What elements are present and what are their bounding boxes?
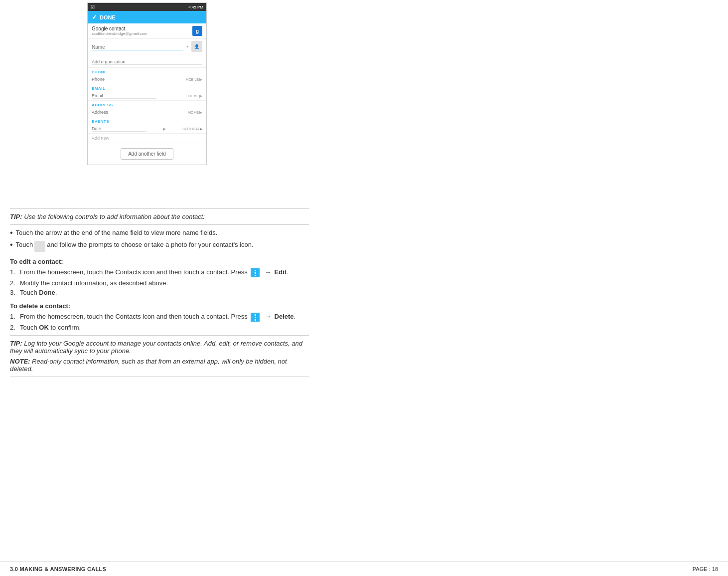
contact-photo-icon xyxy=(34,241,45,252)
add-another-field-button[interactable]: Add another field xyxy=(121,148,173,160)
delete-step-1: 1. From the homescreen, touch the Contac… xyxy=(10,313,309,322)
add-new-label: Add new xyxy=(92,136,109,141)
note-text: Read-only contact information, such as t… xyxy=(10,358,287,373)
name-chevron-icon[interactable]: ▾ xyxy=(186,44,188,49)
address-field-row[interactable]: HOME ▶ xyxy=(88,108,206,117)
email-type-arrow[interactable]: ▶ xyxy=(199,94,202,98)
address-input[interactable] xyxy=(92,110,156,115)
delete-step-2-num: 2. xyxy=(10,324,20,331)
edit-step-1-text: From the homescreen, touch the Contacts … xyxy=(20,268,289,277)
phone-type-arrow[interactable]: ▶ xyxy=(199,77,202,82)
edit-steps-list: 1. From the homescreen, touch the Contac… xyxy=(10,268,309,296)
bullet-dot-2: • xyxy=(10,241,13,249)
google-icon: g xyxy=(192,26,202,36)
bullet-item-2: • Touch and follow the prompts to choose… xyxy=(10,241,309,252)
name-input-area[interactable] xyxy=(92,42,183,51)
date-arrow-icon[interactable]: ▶ xyxy=(163,127,166,131)
tip2-label: TIP: xyxy=(10,340,22,347)
delete-step-1-num: 1. xyxy=(10,313,20,320)
edit-step-1: 1. From the homescreen, touch the Contac… xyxy=(10,268,309,277)
menu-icon-1 xyxy=(251,268,260,277)
tip1-text: Use the following controls to add inform… xyxy=(22,213,205,220)
birthday-type[interactable]: BIRTHDAY ▶ xyxy=(182,127,202,131)
footer-page-number: PAGE : 18 xyxy=(693,566,718,572)
phone-screen: ☑ 4:45 PM ✓ DONE Google contact scottion… xyxy=(87,2,207,165)
divider-2 xyxy=(10,224,309,225)
done-action-label: Done xyxy=(39,289,55,296)
status-bar: ☑ 4:45 PM xyxy=(88,3,206,11)
footer-section-title: 3.0 MAKING & ANSWERING CALLS xyxy=(10,566,106,572)
bullet-item-1: • Touch the arrow at the end of the name… xyxy=(10,229,309,237)
bullet-dot-1: • xyxy=(10,229,13,237)
org-input[interactable] xyxy=(92,59,202,65)
tip1-line: TIP: Use the following controls to add i… xyxy=(10,213,309,220)
edit-action-label: Edit xyxy=(275,268,287,276)
phone-mockup: ☑ 4:45 PM ✓ DONE Google contact scottion… xyxy=(87,2,207,165)
birthday-type-label: BIRTHDAY xyxy=(182,127,200,131)
tip2-line: TIP: Log into your Google account to man… xyxy=(10,340,309,355)
delete-contact-heading: To delete a contact: xyxy=(10,302,309,310)
org-row[interactable] xyxy=(88,54,206,68)
check-icon: ✓ xyxy=(92,13,97,21)
name-input[interactable] xyxy=(92,44,183,50)
tip1-label: TIP: xyxy=(10,213,22,220)
events-section-label: EVENTS xyxy=(88,117,206,125)
arrow-right-icon-2: → xyxy=(265,313,271,320)
phone-field-row[interactable]: MOBILE ▶ xyxy=(88,75,206,84)
email-type-label: HOME xyxy=(188,94,199,98)
done-label: DONE xyxy=(100,14,116,20)
contact-photo-placeholder[interactable]: 👤 xyxy=(191,41,202,52)
edit-contact-heading: To edit a contact: xyxy=(10,258,309,265)
birthday-arrow-icon[interactable]: ▶ xyxy=(200,127,202,131)
address-type-arrow[interactable]: ▶ xyxy=(199,110,202,115)
address-type-label: HOME xyxy=(188,111,199,114)
ok-action-label: OK xyxy=(39,324,49,331)
status-left-icons: ☑ xyxy=(91,4,95,9)
edit-step-3-text: Touch Done. xyxy=(20,289,57,296)
delete-action-label: Delete xyxy=(275,313,294,320)
name-row[interactable]: ▾ 👤 xyxy=(88,39,206,54)
edit-step-1-num: 1. xyxy=(10,268,20,276)
address-section-label: ADDRESS xyxy=(88,101,206,108)
divider-4 xyxy=(10,377,309,377)
delete-step-1-text: From the homescreen, touch the Contacts … xyxy=(20,313,295,322)
status-time: 4:45 PM xyxy=(188,5,203,9)
delete-steps-list: 1. From the homescreen, touch the Contac… xyxy=(10,313,309,331)
delete-step-2: 2. Touch OK to confirm. xyxy=(10,324,309,331)
edit-step-3-num: 3. xyxy=(10,289,20,296)
date-input[interactable] xyxy=(92,126,146,132)
events-row[interactable]: ▶ BIRTHDAY ▶ xyxy=(88,125,206,134)
note-label: NOTE: xyxy=(10,358,30,365)
text-content: TIP: Use the following controls to add i… xyxy=(10,204,309,381)
google-contact-email: scottiondrewbridge@gmail.com xyxy=(92,31,147,36)
bullet-text-2-after: and follow the prompts to choose or take… xyxy=(47,241,253,248)
edit-step-3: 3. Touch Done. xyxy=(10,289,309,296)
divider-3 xyxy=(10,335,309,336)
done-bar[interactable]: ✓ DONE xyxy=(88,11,206,23)
phone-type-label: MOBILE xyxy=(186,78,199,81)
arrow-right-icon-1: → xyxy=(265,268,271,276)
edit-step-2: 2. Modify the contact information, as de… xyxy=(10,279,309,287)
google-contact-title: Google contact xyxy=(92,26,147,31)
person-icon: 👤 xyxy=(194,44,199,49)
add-new-row[interactable]: Add new xyxy=(88,134,206,143)
bullet-text-2-before: Touch xyxy=(16,241,33,248)
note-line: NOTE: Read-only contact information, suc… xyxy=(10,358,309,373)
phone-input[interactable] xyxy=(92,77,156,82)
divider-1 xyxy=(10,208,309,209)
email-type[interactable]: HOME ▶ xyxy=(188,94,202,98)
email-input[interactable] xyxy=(92,93,156,99)
address-type[interactable]: HOME ▶ xyxy=(188,110,202,115)
phone-section-label: PHONE xyxy=(88,68,206,75)
google-contact-row: Google contact scottiondrewbridge@gmail.… xyxy=(88,23,206,39)
add-another-btn-row[interactable]: Add another field xyxy=(88,143,206,165)
email-section-label: EMAIL xyxy=(88,84,206,92)
email-field-row[interactable]: HOME ▶ xyxy=(88,92,206,101)
edit-step-2-num: 2. xyxy=(10,279,20,287)
google-contact-info: Google contact scottiondrewbridge@gmail.… xyxy=(92,26,147,36)
checkbox-icon: ☑ xyxy=(91,4,95,9)
phone-type[interactable]: MOBILE ▶ xyxy=(186,77,202,82)
menu-icon-2 xyxy=(251,313,260,322)
footer-bar: 3.0 MAKING & ANSWERING CALLS PAGE : 18 xyxy=(0,562,728,576)
delete-step-2-text: Touch OK to confirm. xyxy=(20,324,81,331)
